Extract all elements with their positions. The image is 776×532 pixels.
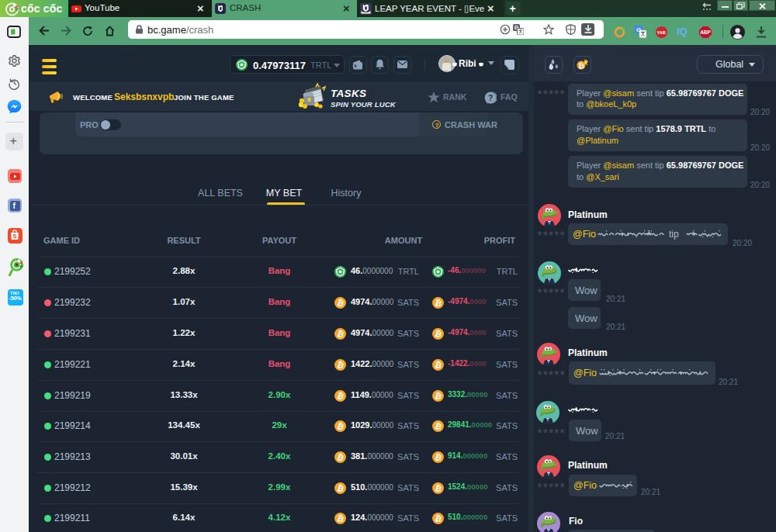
svg-text:?: ? xyxy=(488,94,493,102)
svg-text:S: S xyxy=(12,233,16,240)
svg-text:ABP: ABP xyxy=(700,29,711,35)
svg-text:₿: ₿ xyxy=(578,61,584,70)
